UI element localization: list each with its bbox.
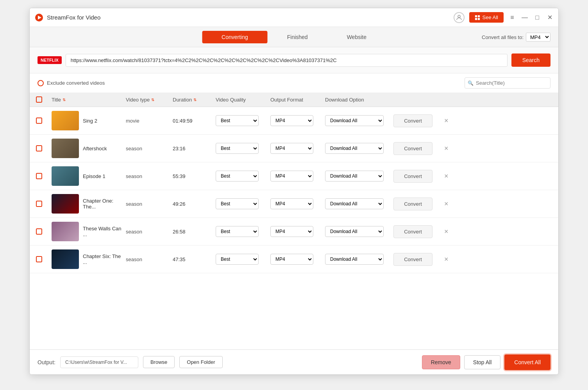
tab-finished[interactable]: Finished: [268, 31, 327, 43]
convert-button-0[interactable]: Convert: [393, 114, 433, 127]
convert-button-4[interactable]: Convert: [393, 225, 433, 238]
search-button[interactable]: Search: [511, 53, 550, 67]
convert-button-5[interactable]: Convert: [393, 253, 433, 266]
stop-all-button[interactable]: Stop All: [464, 355, 500, 369]
download-option-select-1[interactable]: Download All Download Video Download Aud…: [325, 143, 384, 154]
open-folder-button[interactable]: Open Folder: [179, 356, 222, 368]
minimize-button[interactable]: —: [521, 14, 529, 21]
svg-rect-3: [475, 15, 477, 17]
browse-button[interactable]: Browse: [143, 356, 175, 368]
table-row: These Walls Can ... season 26:58 Best 10…: [30, 218, 558, 246]
download-option-cell-1: Download All Download Video Download Aud…: [325, 143, 393, 154]
table-row: Chapter Six: The ... season 47:35 Best 1…: [30, 246, 558, 273]
select-all-checkbox[interactable]: [36, 96, 42, 103]
output-path-input[interactable]: [60, 356, 138, 368]
row-checkbox-cell-4: [36, 228, 52, 235]
convert-cell-0: Convert: [393, 114, 444, 127]
row-checkbox-1[interactable]: [36, 145, 42, 151]
video-thumbnail-4: [52, 222, 79, 241]
convert-cell-5: Convert: [393, 253, 444, 266]
format-select-4[interactable]: MP4 MKV MP3: [270, 226, 313, 237]
delete-button-1[interactable]: ×: [444, 144, 449, 153]
video-title-cell-5: Chapter Six: The ...: [52, 249, 126, 269]
quality-cell-5: Best 1080p 720p 480p: [216, 254, 270, 265]
video-title-cell-3: Chapter One: The...: [52, 194, 126, 214]
row-checkbox-cell-2: [36, 173, 52, 179]
quality-select-2[interactable]: Best 1080p 720p 480p: [216, 171, 259, 182]
table-row: Aftershock season 23:16 Best 1080p 720p …: [30, 135, 558, 162]
exclude-radio[interactable]: [38, 80, 44, 86]
type-sort-icon[interactable]: ⇅: [151, 98, 154, 102]
exclude-converted-label[interactable]: Exclude converted videos: [38, 80, 105, 86]
delete-button-3[interactable]: ×: [444, 200, 449, 208]
delete-cell-3: ×: [444, 200, 464, 208]
convert-button-1[interactable]: Convert: [393, 142, 433, 155]
download-option-select-3[interactable]: Download All Download Video Download Aud…: [325, 198, 384, 209]
convert-all-files-control: Convert all files to: MP4 MKV MP3: [482, 32, 550, 41]
row-checkbox-cell-1: [36, 145, 52, 151]
footer-right: Remove Stop All Convert All: [422, 354, 550, 370]
download-option-select-2[interactable]: Download All Download Video Download Aud…: [325, 171, 384, 182]
table-row: Chapter One: The... season 49:26 Best 10…: [30, 190, 558, 218]
url-input[interactable]: [66, 54, 508, 67]
svg-rect-5: [475, 18, 477, 20]
maximize-button[interactable]: □: [533, 14, 541, 21]
row-checkbox-0[interactable]: [36, 118, 42, 124]
table-body: Sing 2 movie 01:49:59 Best 1080p 720p 48…: [30, 107, 558, 273]
delete-button-4[interactable]: ×: [444, 228, 449, 236]
format-select-3[interactable]: MP4 MKV MP3: [270, 198, 313, 209]
tab-converting[interactable]: Converting: [202, 31, 268, 43]
delete-button-2[interactable]: ×: [444, 172, 449, 180]
row-checkbox-5[interactable]: [36, 256, 42, 262]
format-cell-1: MP4 MKV MP3: [270, 143, 325, 154]
header-video-type: Video type ⇅: [126, 96, 173, 103]
header-output-format: Output Format: [270, 96, 325, 103]
quality-select-5[interactable]: Best 1080p 720p 480p: [216, 254, 259, 265]
format-select-2[interactable]: MP4 MKV MP3: [270, 171, 313, 182]
tab-website[interactable]: Website: [327, 31, 386, 43]
delete-button-5[interactable]: ×: [444, 255, 449, 264]
download-option-select-5[interactable]: Download All Download Video Download Aud…: [325, 254, 384, 265]
format-select-5[interactable]: MP4 MKV MP3: [270, 254, 313, 265]
header-download-option: Download Option: [325, 96, 393, 103]
search-title-input[interactable]: [465, 77, 550, 89]
video-title-text-4: These Walls Can ...: [83, 226, 126, 237]
video-type-3: season: [126, 201, 173, 207]
user-account-icon[interactable]: [454, 12, 465, 23]
video-thumbnail-1: [52, 139, 79, 158]
video-title-text-0: Sing 2: [83, 118, 97, 124]
row-checkbox-2[interactable]: [36, 173, 42, 179]
hamburger-menu-icon[interactable]: ≡: [508, 14, 516, 21]
convert-button-3[interactable]: Convert: [393, 198, 433, 210]
format-select-0[interactable]: MP4 MKV MP3: [270, 115, 313, 126]
download-option-select-0[interactable]: Download All Download Video Download Aud…: [325, 115, 384, 126]
quality-select-1[interactable]: Best 1080p 720p 480p: [216, 143, 259, 154]
convert-cell-2: Convert: [393, 170, 444, 183]
convert-all-files-select[interactable]: MP4 MKV MP3: [526, 32, 550, 41]
row-checkbox-4[interactable]: [36, 228, 42, 235]
table-row: Sing 2 movie 01:49:59 Best 1080p 720p 48…: [30, 107, 558, 135]
download-option-select-4[interactable]: Download All Download Video Download Aud…: [325, 226, 384, 237]
video-title-text-3: Chapter One: The...: [83, 198, 126, 210]
video-title-text-2: Episode 1: [83, 173, 105, 179]
delete-button-0[interactable]: ×: [444, 117, 449, 125]
see-all-button[interactable]: See All: [469, 12, 504, 23]
close-button[interactable]: ✕: [546, 14, 554, 21]
table-header: Title ⇅ Video type ⇅ Duration ⇅ Video Qu…: [30, 93, 558, 107]
remove-button[interactable]: Remove: [422, 355, 460, 369]
duration-0: 01:49:59: [173, 118, 216, 124]
convert-all-files-label: Convert all files to:: [482, 34, 524, 40]
row-checkbox-3[interactable]: [36, 201, 42, 207]
quality-select-4[interactable]: Best 1080p 720p 480p: [216, 226, 259, 237]
quality-select-3[interactable]: Best 1080p 720p 480p: [216, 198, 259, 209]
convert-all-button[interactable]: Convert All: [504, 354, 550, 370]
format-select-1[interactable]: MP4 MKV MP3: [270, 143, 313, 154]
video-title-cell-2: Episode 1: [52, 166, 126, 186]
duration-sort-icon[interactable]: ⇅: [193, 98, 197, 102]
title-bar-right: See All ≡ — □ ✕: [454, 12, 554, 23]
output-label: Output:: [38, 359, 55, 365]
title-sort-icon[interactable]: ⇅: [63, 98, 66, 102]
video-type-2: season: [126, 173, 173, 179]
convert-button-2[interactable]: Convert: [393, 170, 433, 183]
quality-select-0[interactable]: Best 1080p 720p 480p: [216, 115, 259, 126]
